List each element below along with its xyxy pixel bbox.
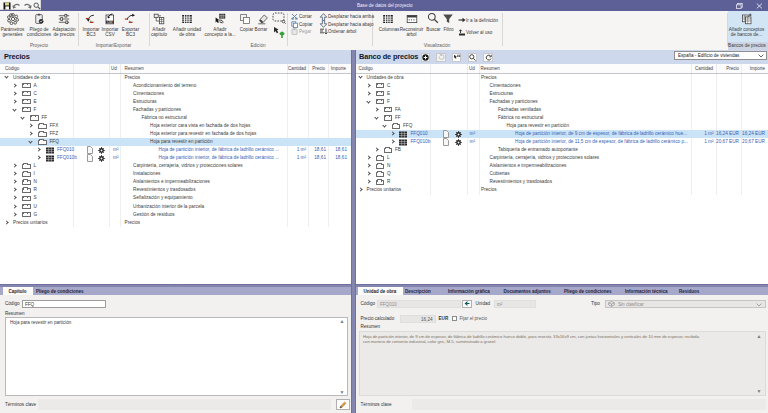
svg-text:CSV: CSV (107, 19, 113, 23)
